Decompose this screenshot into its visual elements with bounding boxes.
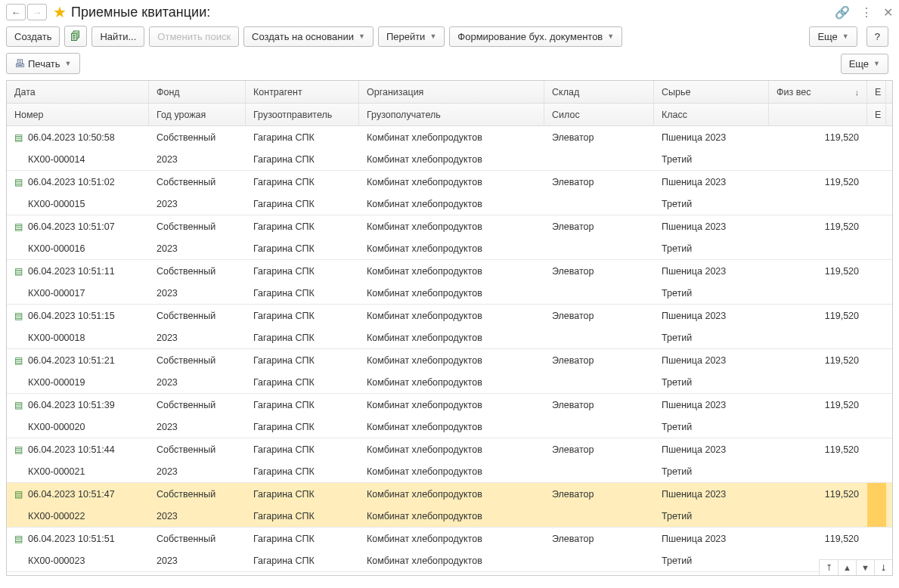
close-icon[interactable]: ✕ [883,5,893,20]
goto-button[interactable]: Перейти▼ [378,26,445,47]
cell-class: Третий [654,326,769,348]
nav-down-button[interactable]: ▼ [856,560,874,575]
nav-first-button[interactable]: ⤒ [820,560,838,575]
document-icon: ▤ [14,444,23,455]
copy-button[interactable]: 🗐 [64,26,87,47]
cell-date: 06.04.2023 10:51:02 [28,177,115,187]
col-silo[interactable]: Силос [544,104,654,125]
table-row[interactable]: ▤06.04.2023 10:51:11СобственныйГагарина … [7,260,892,305]
find-button[interactable]: Найти... [91,26,144,47]
cell-weight: 119,520 [769,215,867,237]
cell-sender: Гагарина СПК [246,460,359,482]
cell-raw: Пшеница 2023 [654,215,769,237]
cell-receiver: Комбинат хлебопродуктов [359,237,544,259]
cell-organization: Комбинат хлебопродуктов [359,126,544,148]
favorite-star-icon[interactable]: ★ [53,3,67,21]
nav-up-button[interactable]: ▲ [838,560,856,575]
cell-weight: 119,520 [769,528,867,549]
col-organization[interactable]: Организация [359,81,544,103]
col-e2[interactable]: Е [867,104,886,125]
sub-toolbar: 🖶Печать▼ Еще▼ [0,53,899,80]
form-docs-button[interactable]: Формирование бух. документов▼ [449,26,622,47]
col-sender[interactable]: Грузоотправитель [246,104,359,125]
cell-silo [544,326,654,348]
col-weight[interactable]: Физ вес↓ [769,81,867,103]
document-icon: ▤ [14,534,23,544]
cell-number: КХ00-000017 [7,282,149,304]
col-year[interactable]: Год урожая [149,104,246,125]
col-weight-2[interactable] [769,104,867,125]
col-class[interactable]: Класс [654,104,769,125]
create-button[interactable]: Создать [6,26,60,47]
col-e1[interactable]: Е [867,81,886,103]
table-row[interactable]: ▤06.04.2023 10:50:58СобственныйГагарина … [7,126,892,171]
table-row[interactable]: ▤06.04.2023 10:51:39СобственныйГагарина … [7,394,892,438]
cell-class: Третий [654,460,769,482]
cell-silo [544,148,654,170]
cell-silo [544,549,654,571]
more-button-1[interactable]: Еще▼ [809,26,857,47]
table-row[interactable]: ▤06.04.2023 10:51:07СобственныйГагарина … [7,215,892,260]
copy-icon: 🗐 [70,30,81,42]
cell-silo [544,505,654,527]
col-warehouse[interactable]: Склад [544,81,654,103]
cell-sender: Гагарина СПК [246,326,359,348]
col-fund[interactable]: Фонд [149,81,246,103]
cell-empty [769,237,867,259]
cell-receiver: Комбинат хлебопродуктов [359,549,544,571]
cell-date: 06.04.2023 10:51:07 [28,221,115,232]
cell-marker [867,438,886,460]
more-menu-icon[interactable]: ⋮ [860,5,873,20]
cell-fund: Собственный [149,394,246,416]
cell-number: КХ00-000016 [7,237,149,259]
grid-nav-footer: ⤒ ▲ ▼ ⤓ [819,559,892,575]
header-row-2[interactable]: Номер Год урожая Грузоотправитель Грузоп… [7,104,892,126]
table-row[interactable]: ▤06.04.2023 10:51:02СобственныйГагарина … [7,171,892,215]
document-icon: ▤ [14,311,23,321]
table-row[interactable]: ▤06.04.2023 10:51:44СобственныйГагарина … [7,438,892,483]
nav-forward-button[interactable]: → [27,4,47,20]
cell-weight: 119,520 [769,126,867,148]
help-button[interactable]: ? [866,26,888,47]
cell-year: 2023 [149,282,246,304]
nav-back-button[interactable]: ← [6,4,26,20]
table-row[interactable]: ▤06.04.2023 10:51:47СобственныйГагарина … [7,483,892,528]
cancel-search-button[interactable]: Отменить поиск [149,26,239,47]
link-icon[interactable]: 🔗 [835,5,850,20]
col-raw[interactable]: Сырье [654,81,769,103]
print-button[interactable]: 🖶Печать▼ [6,53,80,74]
cell-class: Третий [654,237,769,259]
cell-weight: 119,520 [769,483,867,505]
cell-silo [544,416,654,438]
cell-year: 2023 [149,460,246,482]
cell-sender: Гагарина СПК [246,148,359,170]
cell-organization: Комбинат хлебопродуктов [359,483,544,505]
cell-fund: Собственный [149,438,246,460]
more-button-2[interactable]: Еще▼ [841,54,888,74]
cell-marker [867,305,886,326]
cell-number: КХ00-000021 [7,460,149,482]
col-date[interactable]: Дата [7,81,149,103]
header-row-1[interactable]: Дата Фонд Контрагент Организация Склад С… [7,81,892,104]
main-toolbar: Создать 🗐 Найти... Отменить поиск Создат… [0,26,899,53]
cell-number: КХ00-000022 [7,505,149,527]
cell-organization: Комбинат хлебопродуктов [359,305,544,326]
col-receiver[interactable]: Грузополучатель [359,104,544,125]
data-grid[interactable]: Дата Фонд Контрагент Организация Склад С… [7,81,892,572]
col-number[interactable]: Номер [7,104,149,125]
nav-last-button[interactable]: ⤓ [874,560,892,575]
table-row[interactable]: ▤06.04.2023 10:51:51СобственныйГагарина … [7,528,892,572]
table-row[interactable]: ▤06.04.2023 10:51:21СобственныйГагарина … [7,349,892,394]
cell-marker [867,416,886,438]
cell-silo [544,371,654,393]
cell-date: 06.04.2023 10:51:47 [28,489,115,500]
cell-counterparty: Гагарина СПК [246,260,359,282]
cell-marker [867,282,886,304]
cell-marker [867,326,886,348]
cell-organization: Комбинат хлебопродуктов [359,438,544,460]
cell-class: Третий [654,371,769,393]
table-row[interactable]: ▤06.04.2023 10:51:15СобственныйГагарина … [7,305,892,349]
cell-raw: Пшеница 2023 [654,483,769,505]
create-based-on-button[interactable]: Создать на основании▼ [243,26,374,47]
col-counterparty[interactable]: Контрагент [246,81,359,103]
